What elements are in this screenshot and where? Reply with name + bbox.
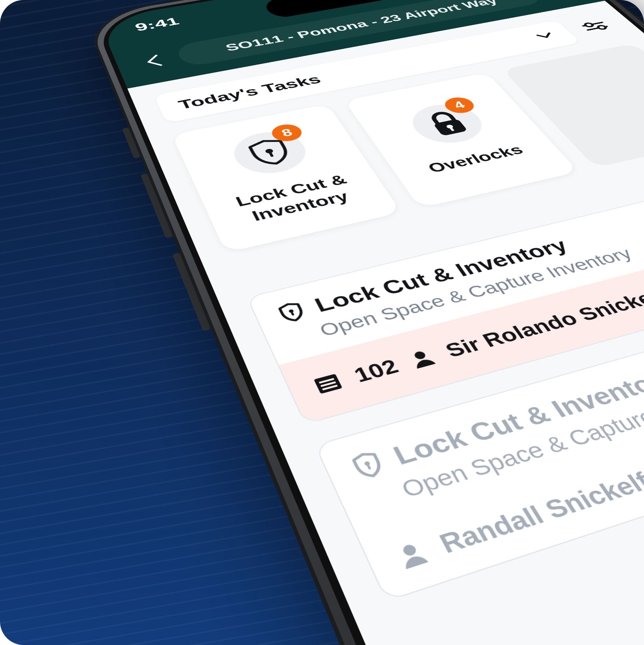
tile-icon-wrap: 4 <box>402 99 493 148</box>
padlock-icon <box>421 108 473 138</box>
storage-unit-icon <box>310 371 346 397</box>
chevron-left-icon <box>142 54 166 69</box>
unit-number: 102 <box>350 355 402 387</box>
tile-label: Overlocks <box>415 140 536 178</box>
hero-stage: 9:41 <box>0 0 644 645</box>
tile-label: Lock Cut & Inventory <box>202 165 389 234</box>
sliders-icon <box>579 20 611 33</box>
svg-rect-27 <box>367 464 371 470</box>
phone-screen: 9:41 <box>98 0 644 645</box>
svg-rect-15 <box>269 152 274 157</box>
tile-icon-wrap: 8 <box>226 127 315 179</box>
filter-button[interactable] <box>570 15 620 37</box>
svg-point-12 <box>584 23 594 27</box>
phone-mockup: 9:41 <box>83 0 644 645</box>
svg-point-26 <box>364 461 370 466</box>
shield-icon <box>275 300 308 324</box>
svg-rect-20 <box>290 312 294 316</box>
person-icon <box>393 539 432 571</box>
shield-icon <box>349 449 388 481</box>
back-button[interactable] <box>136 52 171 71</box>
svg-point-25 <box>413 350 427 360</box>
person-icon <box>406 347 438 370</box>
svg-point-13 <box>597 25 607 30</box>
phone-frame: 9:41 <box>83 0 644 645</box>
svg-point-14 <box>264 148 274 154</box>
status-time: 9:41 <box>133 15 182 34</box>
svg-point-28 <box>401 543 418 557</box>
chevron-down-icon <box>534 32 556 40</box>
tasks-dropdown-label: Today's Tasks <box>176 73 324 112</box>
